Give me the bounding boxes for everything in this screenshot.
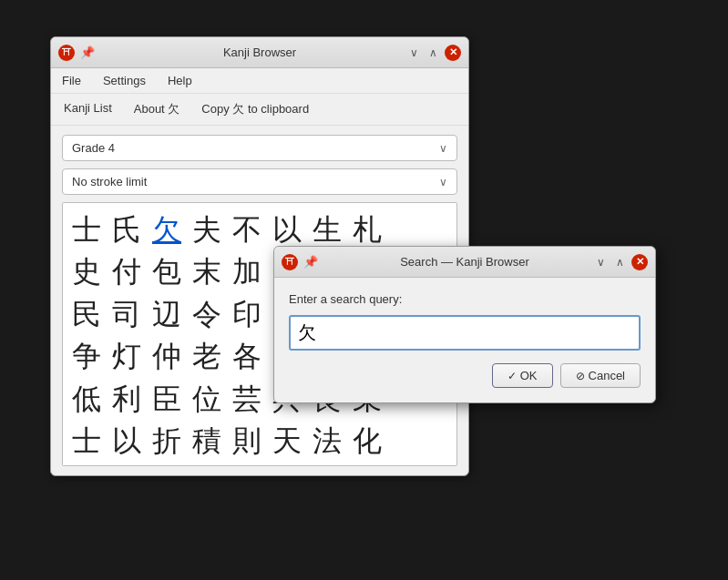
kanji-char[interactable]: 不 [231, 210, 263, 249]
kanji-char[interactable]: 士 [70, 422, 103, 460]
kanji-char[interactable]: 夫 [190, 210, 223, 249]
cancel-icon: ⊘ [576, 370, 585, 382]
ok-label: OK [520, 369, 538, 382]
kanji-char[interactable]: 司 [110, 295, 143, 333]
search-dialog: ⛩ 📌 Search — Kanji Browser ∨ ∧ ✕ Enter a… [273, 246, 656, 403]
search-buttons: ✓ OK ⊘ Cancel [289, 363, 641, 388]
kanji-char[interactable]: 法 [311, 422, 343, 460]
kanji-char[interactable]: 士 [70, 210, 103, 249]
grade-dropdown-arrow: ∨ [439, 142, 447, 155]
stroke-dropdown-value: No stroke limit [72, 175, 147, 188]
search-title-controls: ∨ ∧ ✕ [593, 254, 648, 270]
main-title-bar: ⛩ 📌 Kanji Browser ∨ ∧ ✕ [51, 37, 468, 68]
cancel-button[interactable]: ⊘ Cancel [560, 363, 641, 388]
kanji-char[interactable]: 則 [231, 422, 263, 460]
cancel-label: Cancel [589, 369, 625, 382]
kanji-char[interactable]: 札 [351, 210, 384, 249]
search-input[interactable] [289, 315, 641, 351]
kanji-char[interactable]: 位 [190, 380, 223, 418]
kanji-char[interactable]: 史 [70, 252, 103, 290]
kanji-char[interactable]: 天 [271, 422, 303, 460]
grade-dropdown[interactable]: Grade 4 ∨ [62, 135, 457, 161]
search-pin-icon: 📌 [303, 255, 318, 269]
title-bar-controls: ∨ ∧ ✕ [406, 45, 461, 61]
search-label: Enter a search query: [289, 292, 641, 306]
kanji-char[interactable]: 包 [150, 252, 183, 290]
kanji-char[interactable]: 積 [190, 422, 223, 460]
kanji-char[interactable]: 加 [231, 252, 263, 290]
kanji-char[interactable]: 欠 [150, 210, 183, 249]
kanji-row: 士以折積則天法化 [70, 422, 449, 460]
kanji-char[interactable]: 芸 [231, 380, 263, 418]
minimize-btn[interactable]: ∨ [406, 45, 422, 61]
menu-settings[interactable]: Settings [99, 72, 149, 89]
kanji-char[interactable]: 灯 [110, 337, 143, 375]
kanji-char[interactable]: 以 [110, 422, 143, 460]
kanji-char[interactable]: 印 [231, 295, 263, 333]
kanji-char[interactable]: 仲 [150, 337, 183, 375]
stroke-dropdown-arrow: ∨ [439, 176, 447, 188]
maximize-btn[interactable]: ∧ [426, 45, 441, 61]
search-close-btn[interactable]: ✕ [631, 254, 648, 270]
kanji-char[interactable]: 争 [70, 337, 103, 375]
kanji-char[interactable]: 民 [70, 295, 103, 333]
search-dialog-title: Search — Kanji Browser [400, 255, 529, 269]
ok-icon: ✓ [508, 370, 517, 382]
toolbar-copy-clipboard[interactable]: Copy 欠 to clipboard [196, 99, 314, 119]
search-maximize-btn[interactable]: ∧ [612, 254, 628, 270]
kanji-char[interactable]: 低 [70, 380, 103, 418]
toolbar-about[interactable]: About 欠 [128, 99, 186, 119]
title-bar-left: ⛩ 📌 [58, 45, 95, 61]
pin-icon: 📌 [80, 46, 95, 59]
search-title-bar-left: ⛩ 📌 [282, 254, 318, 270]
grade-dropdown-value: Grade 4 [72, 141, 115, 155]
kanji-char[interactable]: 折 [150, 422, 183, 460]
kanji-char[interactable]: 利 [110, 380, 143, 418]
ok-button[interactable]: ✓ OK [492, 363, 553, 388]
menu-bar: File Settings Help [51, 68, 468, 94]
kanji-char[interactable]: 辺 [150, 295, 183, 333]
toolbar: Kanji List About 欠 Copy 欠 to clipboard [51, 94, 468, 126]
menu-file[interactable]: File [58, 72, 85, 89]
kanji-char[interactable]: 各 [231, 337, 263, 375]
search-content: Enter a search query: ✓ OK ⊘ Cancel [274, 278, 655, 402]
kanji-row: 士氏欠夫不以生札 [70, 210, 449, 249]
kanji-char[interactable]: 臣 [150, 380, 183, 418]
kanji-char[interactable]: 生 [311, 210, 343, 249]
kanji-char[interactable]: 末 [190, 252, 223, 290]
toolbar-kanji-list[interactable]: Kanji List [58, 99, 118, 119]
main-window-title: Kanji Browser [223, 46, 296, 59]
search-app-icon: ⛩ [282, 254, 298, 270]
kanji-char[interactable]: 令 [190, 295, 223, 333]
kanji-char[interactable]: 付 [110, 252, 143, 290]
menu-help[interactable]: Help [164, 72, 196, 89]
kanji-char[interactable]: 氏 [110, 210, 143, 249]
kanji-char[interactable]: 老 [190, 337, 223, 375]
app-icon: ⛩ [58, 45, 75, 61]
kanji-char[interactable]: 化 [351, 422, 384, 460]
kanji-char[interactable]: 以 [271, 210, 303, 249]
search-minimize-btn[interactable]: ∨ [593, 254, 609, 270]
stroke-dropdown[interactable]: No stroke limit ∨ [62, 168, 457, 195]
close-btn[interactable]: ✕ [445, 45, 461, 61]
search-title-bar: ⛩ 📌 Search — Kanji Browser ∨ ∧ ✕ [274, 247, 655, 278]
